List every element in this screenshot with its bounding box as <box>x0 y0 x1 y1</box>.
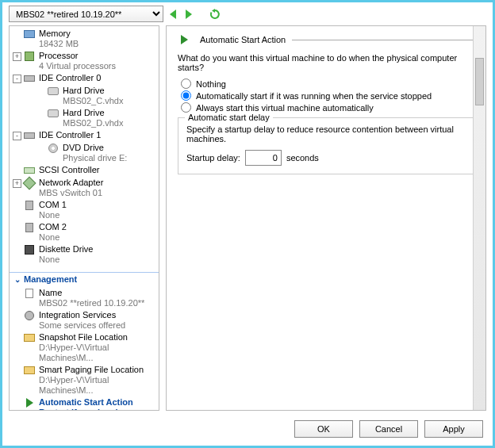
tree-item-sublabel: MBS02 **retired 10.19.20** <box>39 298 144 308</box>
startup-delay-input[interactable] <box>245 150 282 166</box>
tree-expander <box>13 334 21 343</box>
tree-item-label: Hard Drive <box>63 108 123 118</box>
tree-item-label: IDE Controller 0 <box>39 73 101 83</box>
net-icon <box>23 178 36 189</box>
tree-expander <box>36 109 45 118</box>
ide-icon <box>23 130 36 141</box>
hw-item-5[interactable]: -IDE Controller 1 <box>10 129 159 142</box>
ok-button[interactable]: OK <box>294 420 353 438</box>
folder-icon <box>23 365 36 376</box>
startup-delay-unit: seconds <box>286 153 319 163</box>
tree-expander[interactable]: + <box>13 52 21 61</box>
refresh-button[interactable] <box>209 9 221 20</box>
hw-item-7[interactable]: SCSI Controller <box>10 164 159 177</box>
nav-forward-button[interactable] <box>184 9 195 20</box>
management-tree: NameMBS02 **retired 10.19.20**Integratio… <box>10 285 159 411</box>
hw-item-9[interactable]: COM 1None <box>10 199 159 221</box>
management-label: Management <box>24 274 77 284</box>
play-icon <box>178 34 190 45</box>
cancel-button[interactable]: Cancel <box>359 420 418 438</box>
tree-item-label: Diskette Drive <box>39 244 93 255</box>
dvd-icon <box>47 143 59 154</box>
hw-item-0[interactable]: Memory18432 MB <box>10 28 159 50</box>
svg-marker-2 <box>212 9 215 13</box>
hw-item-10[interactable]: COM 2None <box>10 221 159 243</box>
gear-icon <box>23 310 36 321</box>
tree-item-label: Name <box>39 288 144 298</box>
hw-item-8[interactable]: +Network AdapterMBS vSwitch 01 <box>10 177 159 199</box>
cpu-icon <box>23 51 36 62</box>
tree-item-sublabel: Physical drive E: <box>63 153 127 163</box>
hw-item-4[interactable]: Hard DriveMBS02_D.vhdx <box>10 107 159 129</box>
tree-item-sublabel: None <box>39 232 67 243</box>
tree-item-label: Snapshot File Location <box>39 332 155 343</box>
tree-expander[interactable]: - <box>13 75 21 83</box>
vm-selector-dropdown[interactable]: MBS02 **retired 10.19.20** <box>9 6 163 22</box>
hw-item-3[interactable]: Hard DriveMBS02_C.vhdx <box>10 85 159 107</box>
tree-expander <box>13 167 21 175</box>
radio-always[interactable]: Always start this virtual machine automa… <box>181 102 474 113</box>
tree-expander <box>13 224 21 232</box>
svg-marker-1 <box>186 10 192 19</box>
hardware-tree: Memory18432 MB+Processor4 Virtual proces… <box>10 26 159 269</box>
tree-item-label: Smart Paging File Location <box>39 365 155 375</box>
hw-item-2[interactable]: -IDE Controller 0 <box>10 72 159 85</box>
content-scrollbar[interactable] <box>473 26 485 410</box>
tree-item-label: Hard Drive <box>63 86 123 96</box>
radio-auto-if-running-input[interactable] <box>181 90 191 101</box>
hw-item-11[interactable]: Diskette DriveNone <box>10 243 159 266</box>
scrollbar-thumb[interactable] <box>475 58 484 105</box>
radio-nothing-label: Nothing <box>196 79 226 89</box>
scsi-icon <box>23 165 36 176</box>
panel-title-rule <box>292 40 474 40</box>
tree-item-label: SCSI Controller <box>39 165 99 175</box>
tree-item-label: Processor <box>39 51 116 61</box>
play-icon <box>23 397 36 408</box>
radio-always-label: Always start this virtual machine automa… <box>196 103 374 113</box>
radio-nothing-input[interactable] <box>181 78 191 89</box>
management-group-header[interactable]: ⌄ Management <box>10 272 159 285</box>
apply-button[interactable]: Apply <box>424 420 483 438</box>
tree-expander <box>13 30 21 39</box>
tree-expander <box>13 201 21 210</box>
radio-auto-if-running[interactable]: Automatically start if it was running wh… <box>181 90 474 101</box>
folder-icon <box>23 332 36 343</box>
startup-delay-group: Automatic start delay Specify a startup … <box>178 117 474 174</box>
hw-item-6[interactable]: DVD DrivePhysical drive E: <box>10 142 159 164</box>
settings-content-panel: Automatic Start Action What do you want … <box>166 25 486 411</box>
tree-item-sublabel: MBS02_C.vhdx <box>63 96 123 106</box>
tree-item-sublabel: D:\Hyper-V\Virtual Machines\M... <box>39 343 155 363</box>
startup-delay-label: Startup delay: <box>186 153 240 163</box>
chevron-down-icon: ⌄ <box>14 275 21 284</box>
ide-icon <box>23 73 36 84</box>
tree-expander <box>13 366 21 375</box>
mgmt-item-3[interactable]: Smart Paging File LocationD:\Hyper-V\Vir… <box>10 364 159 396</box>
mgmt-item-4[interactable]: Automatic Start ActionRestart if previou… <box>10 396 159 411</box>
toolbar: MBS02 **retired 10.19.20** <box>2 2 493 25</box>
tree-item-label: COM 2 <box>39 222 67 232</box>
tree-item-sublabel: MBS vSwitch 01 <box>39 188 103 198</box>
com-icon <box>23 222 36 233</box>
settings-sidebar[interactable]: Memory18432 MB+Processor4 Virtual proces… <box>9 25 159 411</box>
tree-item-sublabel: 4 Virtual processors <box>39 61 116 71</box>
nav-back-button[interactable] <box>168 9 179 20</box>
tree-expander <box>36 144 45 153</box>
hw-item-1[interactable]: +Processor4 Virtual processors <box>10 50 159 72</box>
radio-always-input[interactable] <box>181 102 191 113</box>
tree-item-sublabel: None <box>39 255 93 265</box>
tree-expander[interactable]: - <box>13 132 21 140</box>
radio-nothing[interactable]: Nothing <box>181 78 474 89</box>
startup-delay-note: Specify a startup delay to reduce resour… <box>186 124 466 144</box>
mgmt-item-2[interactable]: Snapshot File LocationD:\Hyper-V\Virtual… <box>10 331 159 364</box>
chip-icon <box>23 29 36 40</box>
tree-expander[interactable]: + <box>13 179 21 188</box>
tree-expander <box>13 399 21 408</box>
tree-item-sublabel: None <box>39 210 67 220</box>
mgmt-item-1[interactable]: Integration ServicesSome services offere… <box>10 309 159 331</box>
page-icon <box>23 288 36 299</box>
tree-item-sublabel: MBS02_D.vhdx <box>63 118 123 128</box>
hdd-icon <box>47 108 59 119</box>
mgmt-item-0[interactable]: NameMBS02 **retired 10.19.20** <box>10 287 159 309</box>
floppy-icon <box>23 244 36 255</box>
tree-item-label: DVD Drive <box>63 143 127 153</box>
